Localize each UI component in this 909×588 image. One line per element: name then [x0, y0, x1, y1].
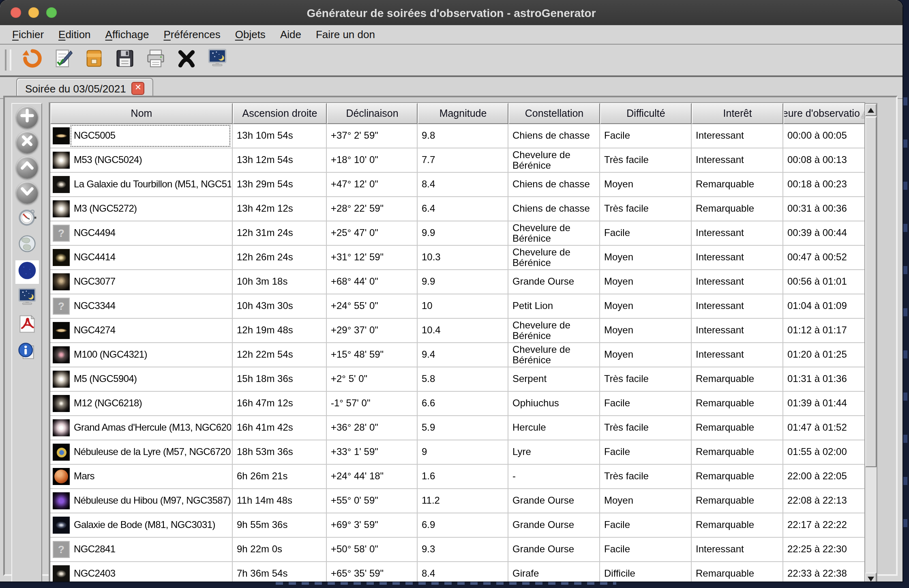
cell-ra[interactable]: 12h 19m 48s: [233, 319, 327, 342]
cell-interest[interactable]: Interessant: [692, 343, 783, 367]
cell-constellation[interactable]: Chevelure de Bérénice: [508, 343, 600, 367]
cell-name[interactable]: M12 (NGC6218): [50, 392, 233, 415]
cell-difficulty[interactable]: Très facile: [600, 148, 692, 172]
cell-dec[interactable]: +37° 2' 59": [327, 124, 418, 148]
menu-objets[interactable]: Objets: [228, 27, 273, 42]
table-row[interactable]: M3 (NGC5272)13h 42m 12s+28° 22' 59"6.4Ch…: [50, 197, 864, 221]
table-row[interactable]: ?NGC334410h 43m 30s+24° 55' 0"10Petit Li…: [50, 294, 864, 319]
cell-interest[interactable]: Remarquable: [692, 562, 783, 582]
table-row[interactable]: NGC441412h 26m 24s+31° 12' 59"10.3Chevel…: [50, 246, 864, 270]
cell-time[interactable]: 22:17 à 22:22: [783, 513, 864, 537]
cell-constellation[interactable]: Lyre: [508, 440, 600, 464]
toolbar-drag-handle[interactable]: [5, 49, 11, 71]
column-header-dec[interactable]: Déclinaison: [327, 103, 418, 124]
menu-aide[interactable]: Aide: [273, 27, 309, 42]
cell-constellation[interactable]: Grande Ourse: [508, 489, 600, 513]
cell-ra[interactable]: 6h 26m 21s: [233, 465, 327, 488]
cell-interest[interactable]: Interessant: [692, 270, 783, 294]
move-down-button[interactable]: [16, 182, 38, 204]
print-button[interactable]: [144, 48, 167, 72]
cell-time[interactable]: 01:39 à 01:44: [783, 392, 864, 415]
table-row[interactable]: NGC500513h 10m 54s+37° 2' 59"9.8Chiens d…: [50, 124, 864, 148]
move-up-button[interactable]: [16, 157, 38, 178]
menu-faire-un-don[interactable]: Faire un don: [309, 27, 382, 42]
cell-time[interactable]: 01:20 à 01:25: [783, 343, 864, 367]
cell-interest[interactable]: Interessant: [692, 148, 783, 172]
cell-dec[interactable]: +31° 12' 59": [327, 246, 418, 269]
cell-ra[interactable]: 18h 53m 36s: [233, 440, 327, 464]
cell-constellation[interactable]: Chevelure de Bérénice: [508, 148, 600, 172]
cell-name[interactable]: NGC4274: [50, 319, 233, 342]
cell-difficulty[interactable]: Moyen: [600, 343, 692, 367]
cell-time[interactable]: 01:55 à 02:00: [783, 440, 864, 464]
time-button[interactable]: [15, 207, 39, 230]
column-header-difficulty[interactable]: Difficulté: [600, 103, 692, 124]
cell-interest[interactable]: Remarquable: [692, 513, 783, 537]
tab-soiree[interactable]: Soirée du 03/05/2021 ✕: [16, 78, 154, 98]
cell-ra[interactable]: 16h 41m 42s: [233, 416, 327, 440]
sky-chart-button[interactable]: [15, 260, 39, 284]
cell-interest[interactable]: Remarquable: [692, 489, 783, 513]
table-row[interactable]: Mars6h 26m 21s+24° 44' 18"1.6-Très facil…: [50, 465, 864, 489]
cell-dec[interactable]: +24° 44' 18": [327, 465, 418, 488]
scroll-up-button[interactable]: [865, 104, 877, 116]
cell-ra[interactable]: 10h 3m 18s: [233, 270, 327, 294]
cell-name[interactable]: ?NGC2841: [50, 538, 233, 561]
cell-dec[interactable]: +15° 48' 59": [327, 343, 418, 367]
cell-difficulty[interactable]: Très facile: [600, 367, 692, 391]
cell-mag[interactable]: 6.9: [418, 513, 508, 537]
cell-mag[interactable]: 6.6: [418, 392, 508, 415]
cell-name[interactable]: Galaxie de Bode (M81, NGC3031): [50, 513, 233, 537]
cell-difficulty[interactable]: Facile: [600, 538, 692, 561]
table-row[interactable]: M5 (NGC5904)15h 18m 36s+2° 5' 0"5.8Serpe…: [50, 367, 864, 392]
cell-dec[interactable]: +68° 44' 0": [327, 270, 418, 294]
minimize-window-button[interactable]: [28, 7, 39, 18]
cell-ra[interactable]: 11h 14m 48s: [233, 489, 327, 513]
cell-dec[interactable]: +36° 28' 0": [327, 416, 418, 440]
close-window-button[interactable]: [11, 7, 21, 18]
column-header-mag[interactable]: Magnitude: [418, 103, 508, 124]
cell-interest[interactable]: Remarquable: [692, 367, 783, 391]
cell-name[interactable]: NGC4414: [50, 246, 233, 269]
cell-mag[interactable]: 5.8: [418, 367, 508, 391]
cell-ra[interactable]: 13h 10m 54s: [233, 124, 327, 148]
cell-ra[interactable]: 15h 18m 36s: [233, 367, 327, 391]
cell-mag[interactable]: 9.9: [418, 221, 508, 245]
cell-time[interactable]: 00:00 à 00:05: [783, 124, 864, 148]
cell-mag[interactable]: 10: [418, 294, 508, 318]
remove-button[interactable]: [16, 131, 38, 153]
cell-dec[interactable]: +50° 58' 0": [327, 538, 418, 561]
cell-mag[interactable]: 11.2: [418, 489, 508, 513]
info-button[interactable]: [15, 341, 39, 364]
menu-pr-f-rences[interactable]: Préférences: [157, 27, 228, 42]
cell-ra[interactable]: 12h 22m 54s: [233, 343, 327, 367]
column-header-interest[interactable]: Interêt: [692, 103, 783, 124]
cell-difficulty[interactable]: Facile: [600, 392, 692, 415]
cell-constellation[interactable]: Ophiuchus: [508, 392, 600, 415]
column-header-name[interactable]: Nom: [50, 103, 233, 124]
cell-ra[interactable]: 13h 29m 54s: [233, 173, 327, 196]
cell-dec[interactable]: +47° 12' 0": [327, 173, 418, 196]
cell-dec[interactable]: +18° 10' 0": [327, 148, 418, 172]
cell-constellation[interactable]: Serpent: [508, 367, 600, 391]
cell-mag[interactable]: 7.7: [418, 148, 508, 172]
cell-ra[interactable]: 12h 26m 24s: [233, 246, 327, 269]
menu-fichier[interactable]: Fichier: [5, 27, 51, 42]
cell-mag[interactable]: 9.9: [418, 270, 508, 294]
cell-time[interactable]: 01:04 à 01:09: [783, 294, 864, 318]
table-row[interactable]: NGC307710h 3m 18s+68° 44' 0"9.9Grande Ou…: [50, 270, 864, 294]
cell-mag[interactable]: 9.3: [418, 538, 508, 561]
table-row[interactable]: Galaxie de Bode (M81, NGC3031)9h 55m 36s…: [50, 513, 864, 538]
table-row[interactable]: ?NGC28419h 22m 0s+50° 58' 0"9.3Grande Ou…: [50, 538, 864, 562]
cell-interest[interactable]: Remarquable: [692, 173, 783, 196]
cell-name[interactable]: ?NGC4494: [50, 221, 233, 245]
cell-constellation[interactable]: Grande Ourse: [508, 270, 600, 294]
cell-difficulty[interactable]: Facile: [600, 440, 692, 464]
cell-time[interactable]: 22:00 à 22:05: [783, 465, 864, 488]
cell-mag[interactable]: 10.4: [418, 319, 508, 342]
cell-difficulty[interactable]: Facile: [600, 221, 692, 245]
cell-time[interactable]: 01:47 à 01:52: [783, 416, 864, 440]
table-row[interactable]: M12 (NGC6218)16h 47m 12s-1° 57' 0"6.6Oph…: [50, 392, 864, 416]
cell-interest[interactable]: Remarquable: [692, 440, 783, 464]
cell-difficulty[interactable]: Moyen: [600, 246, 692, 269]
